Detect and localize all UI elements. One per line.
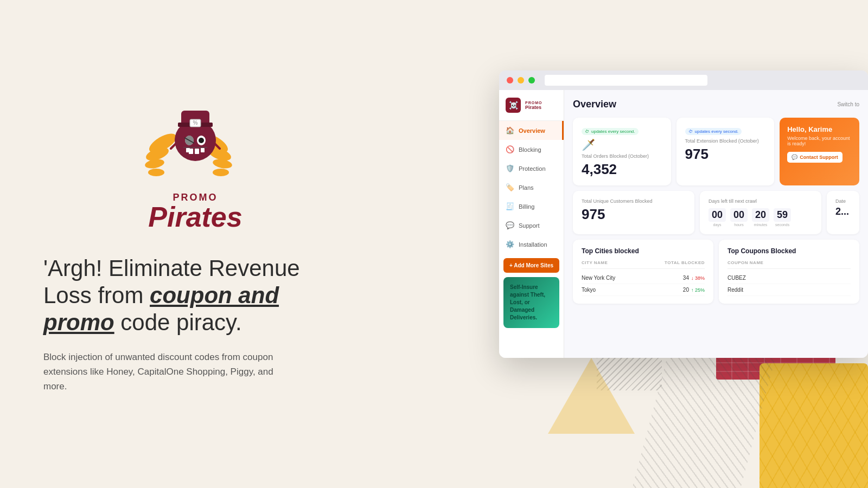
- orders-badge: ⏱ updates every second.: [582, 128, 639, 135]
- browser-dot-green[interactable]: [528, 77, 535, 84]
- svg-rect-22: [195, 149, 199, 154]
- svg-rect-23: [186, 148, 190, 152]
- coupons-table-header: COUPON NAME: [727, 260, 851, 269]
- svg-rect-24: [201, 148, 205, 152]
- svg-point-2: [144, 158, 165, 170]
- deco-honeycomb: [760, 363, 868, 488]
- svg-point-7: [213, 169, 229, 176]
- cities-table-header: CITY NAME TOTAL BLOCKED: [582, 260, 705, 269]
- page-title: Overview: [573, 99, 616, 110]
- orders-label: Total Orders Blocked (October): [582, 153, 662, 159]
- protection-icon: 🛡️: [506, 164, 514, 172]
- hello-sub: Welcome back, your account is ready!: [787, 136, 852, 146]
- switch-to-label[interactable]: Switch to: [837, 101, 859, 107]
- browser-toolbar: [499, 70, 868, 90]
- app-content: ☠️ PROMO Pirates 🏠 Overview 🚫 Blocking: [499, 90, 868, 358]
- browser-dot-yellow[interactable]: [518, 77, 524, 84]
- cities-table-title: Top Cities blocked: [582, 247, 705, 255]
- headline: 'Argh! Eliminate Revenue Loss from coupo…: [43, 255, 347, 337]
- timer-seconds-unit: 59 seconds: [774, 208, 791, 227]
- stats-row-1: ⏱ updates every second. 🗡️ Total Orders …: [573, 118, 859, 185]
- table-row: New York City 34 ↓ 38%: [582, 272, 705, 284]
- timer-display: 00 days 00 hours 20 minutes: [709, 208, 813, 227]
- coupons-table-card: Top Coupons Blocked COUPON NAME CUBEZ Re…: [719, 240, 859, 304]
- sidebar-logo-icon: ☠️: [506, 98, 521, 113]
- subtext: Block injection of unwanted discount cod…: [43, 350, 282, 394]
- timer-minutes-unit: 20 minutes: [752, 208, 769, 227]
- table-row: Tokyo 20 ↑ 25%: [582, 284, 705, 296]
- browser-mockup: ☠️ PROMO Pirates 🏠 Overview 🚫 Blocking: [499, 70, 868, 374]
- orders-value: 4,352: [582, 161, 662, 178]
- timer-label: Days left till next crawl: [709, 198, 813, 204]
- nav-item-protection[interactable]: 🛡️ Protection: [499, 159, 564, 178]
- timer-days-unit: 00 days: [709, 208, 726, 227]
- nav-item-installation[interactable]: ⚙️ Installation: [499, 235, 564, 254]
- hello-name: Hello, Karime: [787, 125, 852, 133]
- nav-item-blocking[interactable]: 🚫 Blocking: [499, 140, 564, 159]
- unique-value: 975: [582, 206, 686, 223]
- pirate-logo-svg: %: [141, 94, 250, 192]
- contact-support-button[interactable]: 💬 Contact Support: [787, 152, 843, 163]
- timer-hours-unit: 00 hours: [730, 208, 748, 227]
- sidebar-logo-text: PROMO Pirates: [525, 101, 542, 110]
- orders-blocked-card: ⏱ updates every second. 🗡️ Total Orders …: [573, 118, 671, 185]
- stats-row-2: Total Unique Customers Blocked 975 Days …: [573, 191, 859, 234]
- logo-area: % PROMO Pirates: [43, 94, 347, 233]
- billing-icon: 🧾: [506, 202, 514, 210]
- browser-dot-red[interactable]: [507, 77, 513, 84]
- svg-point-6: [212, 158, 233, 170]
- date-card: Date 2...: [827, 191, 859, 234]
- home-icon: 🏠: [506, 126, 514, 134]
- left-panel: % PROMO Pirates 'Argh! Eliminate Revenue…: [43, 0, 347, 488]
- cities-table-card: Top Cities blocked CITY NAME TOTAL BLOCK…: [573, 240, 713, 304]
- unique-customers-card: Total Unique Customers Blocked 975: [573, 191, 694, 234]
- app-sidebar: ☠️ PROMO Pirates 🏠 Overview 🚫 Blocking: [499, 90, 564, 358]
- table-row: Reddit: [727, 284, 851, 296]
- blocking-icon: 🚫: [506, 145, 514, 153]
- coupons-table-title: Top Coupons Blocked: [727, 247, 851, 255]
- browser-window: ☠️ PROMO Pirates 🏠 Overview 🚫 Blocking: [499, 70, 868, 358]
- sword-icon: 🗡️: [582, 138, 662, 151]
- unique-label: Total Unique Customers Blocked: [582, 198, 686, 204]
- nav-item-plans[interactable]: 🏷️ Plans: [499, 178, 564, 197]
- nav-item-billing[interactable]: 🧾 Billing: [499, 197, 564, 216]
- hello-card: Hello, Karime Welcome back, your account…: [780, 118, 859, 185]
- extension-value: 975: [685, 146, 766, 163]
- table-row: CUBEZ: [727, 272, 851, 284]
- svg-point-3: [148, 169, 164, 176]
- extension-blocked-card: ⏱ updates every second. Total Extension …: [676, 118, 775, 185]
- support-icon: 💬: [506, 221, 514, 229]
- sidebar-banner: Self-Insure against Theft, Lost, or Dama…: [503, 277, 559, 328]
- nav-item-overview[interactable]: 🏠 Overview: [499, 121, 564, 140]
- svg-text:%: %: [193, 120, 198, 126]
- installation-icon: ⚙️: [506, 240, 514, 248]
- nav-item-support[interactable]: 💬 Support: [499, 216, 564, 235]
- app-main: Overview Switch to ⏱ updates every secon…: [564, 90, 868, 358]
- extension-badge: ⏱ updates every second.: [685, 128, 742, 135]
- browser-url-bar: [545, 75, 707, 86]
- brand-pirates-label: Pirates: [148, 201, 242, 233]
- extension-label: Total Extension Blocked (October): [685, 138, 766, 144]
- contact-icon: 💬: [792, 155, 797, 160]
- plans-icon: 🏷️: [506, 183, 514, 191]
- add-more-sites-button[interactable]: + Add More Sites: [503, 258, 559, 273]
- sidebar-logo: ☠️ PROMO Pirates: [499, 90, 564, 121]
- timer-card: Days left till next crawl 00 days 00 hou…: [700, 191, 821, 234]
- svg-point-20: [199, 138, 204, 143]
- main-header: Overview Switch to: [573, 99, 859, 110]
- tables-row: Top Cities blocked CITY NAME TOTAL BLOCK…: [573, 240, 859, 304]
